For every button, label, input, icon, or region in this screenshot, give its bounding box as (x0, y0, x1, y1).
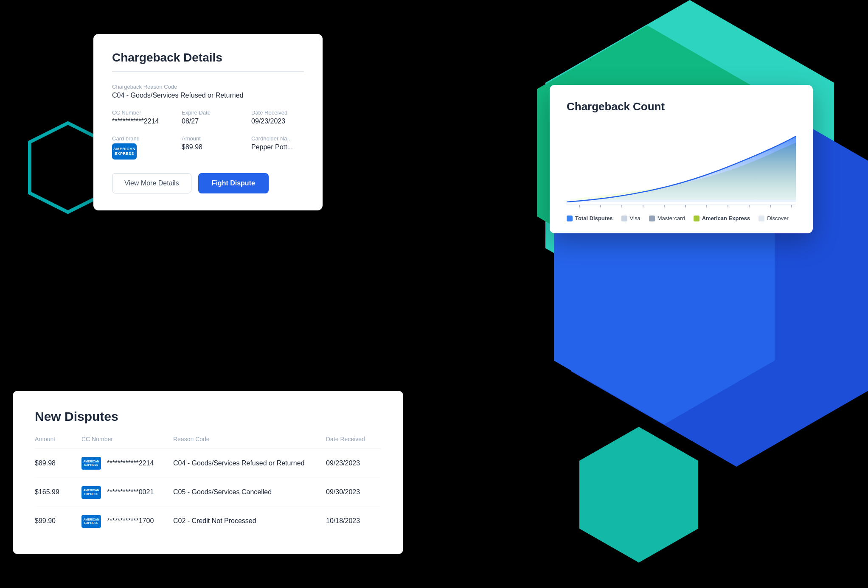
new-disputes-title: New Disputes (35, 409, 381, 424)
row-cc-number: ************0021 (107, 478, 173, 507)
disputes-table-head: Amount CC Number Reason Code Date Receiv… (35, 436, 381, 449)
brand-row: Card brand AMERICANEXPRESS Amount $89.98… (112, 135, 304, 160)
row-amex-badge: AMERICANEXPRESS (81, 478, 107, 507)
row-date-received: 10/18/2023 (326, 507, 381, 535)
disputes-table: Amount CC Number Reason Code Date Receiv… (35, 436, 381, 535)
legend-label: Visa (630, 215, 640, 221)
date-received-label: Date Received (251, 109, 304, 116)
legend-item: Visa (621, 215, 640, 221)
cc-number-group: CC Number ************2214 (112, 109, 165, 125)
reason-code-group: Chargeback Reason Code C04 - Goods/Servi… (112, 84, 304, 99)
new-disputes-card: New Disputes Amount CC Number Reason Cod… (13, 391, 403, 554)
reason-code-label: Chargeback Reason Code (112, 84, 304, 90)
legend-label: Discover (767, 215, 789, 221)
reason-code-value: C04 - Goods/Services Refused or Returned (112, 92, 304, 99)
row-amount: $89.98 (35, 448, 81, 477)
legend-item: Mastercard (649, 215, 685, 221)
chart-svg (567, 123, 796, 208)
row-amount: $99.90 (35, 507, 81, 535)
cardholder-value: Pepper Pott... (251, 143, 304, 151)
amex-small-badge: AMERICANEXPRESS (81, 457, 101, 470)
legend-color (758, 216, 764, 221)
amex-badge: AMERICANEXPRESS (112, 143, 137, 160)
row-reason-code: C05 - Goods/Services Cancelled (173, 478, 326, 507)
expire-date-group: Expire Date 08/27 (182, 109, 234, 125)
legend-label: Total Disputes (575, 215, 613, 221)
row-cc-number: ************1700 (107, 507, 173, 535)
col-reason-code: Reason Code (173, 436, 326, 449)
card-divider (112, 71, 304, 72)
col-cc-number: CC Number (81, 436, 173, 449)
row-amex-badge: AMERICANEXPRESS (81, 448, 107, 477)
cardholder-group: Cardholder Na... Pepper Pott... (251, 135, 304, 160)
button-row: View More Details Fight Dispute (112, 173, 304, 193)
chargeback-details-title: Chargeback Details (112, 51, 304, 64)
row-reason-code: C02 - Credit Not Processed (173, 507, 326, 535)
legend-label: American Express (702, 215, 750, 221)
amount-label: Amount (182, 135, 234, 142)
amex-small-badge: AMERICANEXPRESS (81, 486, 101, 499)
row-date-received: 09/23/2023 (326, 448, 381, 477)
expire-date-value: 08/27 (182, 118, 234, 125)
chargeback-details-card: Chargeback Details Chargeback Reason Cod… (93, 34, 323, 210)
row-date-received: 09/30/2023 (326, 478, 381, 507)
chart-area (567, 123, 796, 208)
legend-color (649, 216, 655, 221)
amount-group: Amount $89.98 (182, 135, 234, 160)
card-brand-group: Card brand AMERICANEXPRESS (112, 135, 165, 160)
expire-date-label: Expire Date (182, 109, 234, 116)
col-amount: Amount (35, 436, 81, 449)
table-row: $165.99AMERICANEXPRESS************0021C0… (35, 478, 381, 507)
cc-number-value: ************2214 (112, 118, 165, 125)
legend-color (567, 216, 573, 221)
fight-dispute-button[interactable]: Fight Dispute (198, 173, 269, 193)
amex-small-badge: AMERICANEXPRESS (81, 515, 101, 528)
view-more-details-button[interactable]: View More Details (112, 173, 191, 193)
disputes-table-body: $89.98AMERICANEXPRESS************2214C04… (35, 448, 381, 535)
date-received-group: Date Received 09/23/2023 (251, 109, 304, 125)
disputes-header-row: Amount CC Number Reason Code Date Receiv… (35, 436, 381, 449)
amount-value: $89.98 (182, 143, 234, 151)
row-reason-code: C04 - Goods/Services Refused or Returned (173, 448, 326, 477)
card-brand-label: Card brand (112, 135, 165, 142)
chargeback-count-card: Chargeback Count (550, 85, 813, 233)
legend-item: Discover (758, 215, 789, 221)
row-amex-badge: AMERICANEXPRESS (81, 507, 107, 535)
legend-color (621, 216, 627, 221)
table-row: $89.98AMERICANEXPRESS************2214C04… (35, 448, 381, 477)
legend-item: Total Disputes (567, 215, 613, 221)
date-received-value: 09/23/2023 (251, 118, 304, 125)
chart-legend: Total DisputesVisaMastercardAmerican Exp… (567, 215, 796, 221)
cc-row: CC Number ************2214 Expire Date 0… (112, 109, 304, 125)
col-date-received: Date Received (326, 436, 381, 449)
row-amount: $165.99 (35, 478, 81, 507)
legend-color (694, 216, 699, 221)
cc-number-label: CC Number (112, 109, 165, 116)
cardholder-label: Cardholder Na... (251, 135, 304, 142)
row-cc-number: ************2214 (107, 448, 173, 477)
legend-label: Mastercard (657, 215, 685, 221)
legend-item: American Express (694, 215, 750, 221)
hex-teal-small (579, 427, 698, 563)
table-row: $99.90AMERICANEXPRESS************1700C02… (35, 507, 381, 535)
chart-total-area (567, 136, 796, 202)
chargeback-count-title: Chargeback Count (567, 100, 796, 113)
amex-text: AMERICANEXPRESS (113, 147, 136, 156)
chart-ticks (579, 205, 792, 207)
